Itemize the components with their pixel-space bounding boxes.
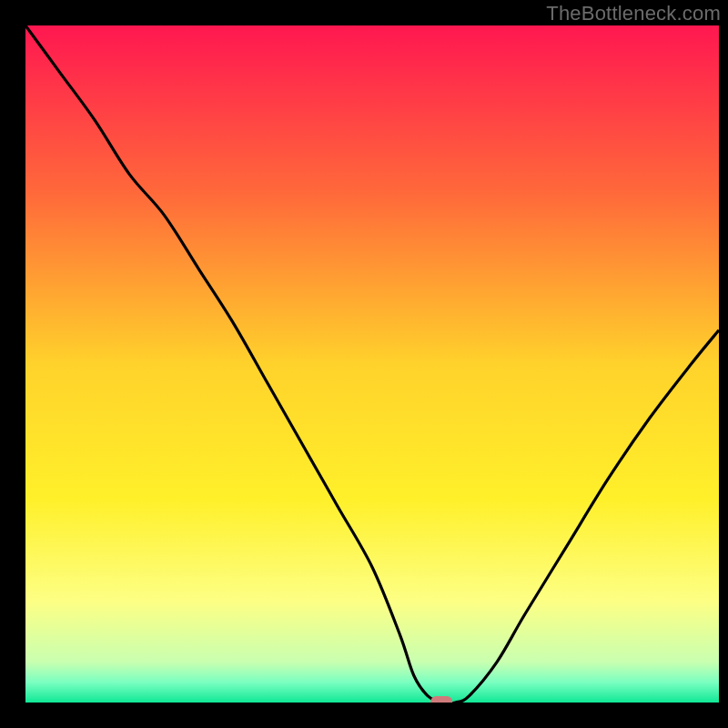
watermark-label: TheBottleneck.com	[546, 2, 721, 25]
bottleneck-chart: TheBottleneck.com	[0, 0, 728, 728]
chart-gradient-bg	[25, 25, 719, 703]
chart-svg	[0, 0, 728, 728]
